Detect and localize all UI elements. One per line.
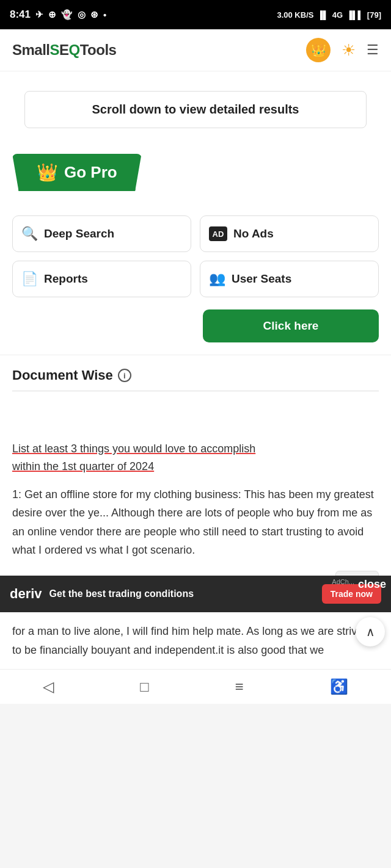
theme-toggle[interactable]: ☀ <box>342 41 356 60</box>
scroll-banner-container: Scroll down to view detailed results <box>0 71 391 148</box>
scroll-banner-text: Scroll down to view detailed results <box>92 103 299 116</box>
document-wise-title: Document Wise i <box>12 367 379 383</box>
ad-banner: deriv Get the best trading conditions Tr… <box>0 576 391 612</box>
header-icons: 👑 ☀ ☰ <box>306 38 379 62</box>
accessibility-button[interactable]: ♿ <box>330 678 348 695</box>
scroll-banner: Scroll down to view detailed results <box>24 91 367 128</box>
ad-label: AdCh... <box>332 578 354 585</box>
telegram-icon: ✈ <box>35 9 43 20</box>
signal-bars: ▐▌▌ <box>346 10 364 20</box>
messenger-icon: ⊕ <box>48 9 56 20</box>
back-button[interactable]: ◁ <box>43 678 54 695</box>
go-pro-label: Go Pro <box>64 163 117 182</box>
hamburger-menu[interactable]: ☰ <box>367 42 379 58</box>
status-left: 8:41 ✈ ⊕ 👻 ◎ ⊛ • <box>10 9 106 21</box>
doc-paragraph-1: 1: Get an offline store for my clothing … <box>12 485 379 560</box>
document-wise-label: Document Wise <box>12 367 113 383</box>
document-text-area: List at least 3 things you would love to… <box>0 410 391 566</box>
snapchat-icon: 👻 <box>61 9 73 20</box>
doc-paragraph-2: for a man to live alone, I will find him… <box>12 622 379 659</box>
info-icon[interactable]: i <box>118 369 131 382</box>
pro-features: 🔍 Deep Search AD No Ads 📄 Reports 👥 User… <box>0 203 391 309</box>
document-highlighted-text: List at least 3 things you would love to… <box>12 440 379 476</box>
ad-text: Get the best trading conditions <box>49 588 315 599</box>
logo: SmallSEQTools <box>12 42 116 59</box>
click-here-label: Click here <box>263 319 319 333</box>
logo-seo: SEQ <box>50 42 80 58</box>
user-seats-button[interactable]: 👥 User Seats <box>200 261 379 297</box>
dot-icon: • <box>103 10 106 20</box>
no-ads-label: No Ads <box>233 227 274 241</box>
network-type: 4G <box>332 10 343 20</box>
crown-button[interactable]: 👑 <box>306 38 331 62</box>
ad-icon: AD <box>209 226 227 241</box>
no-ads-button[interactable]: AD No Ads <box>200 215 379 252</box>
battery-icon: [79] <box>367 10 381 20</box>
go-pro-banner[interactable]: 👑 Go Pro <box>12 154 142 191</box>
go-pro-crown: 👑 <box>37 162 58 183</box>
spacer <box>12 416 379 440</box>
users-icon: 👥 <box>209 271 225 287</box>
document-wise-section: Document Wise i <box>0 355 391 410</box>
document-body: 1: Get an offline store for my clothing … <box>12 485 379 560</box>
bottom-nav: ◁ □ ≡ ♿ <box>0 669 391 704</box>
go-pro-section: 👑 Go Pro <box>0 148 391 203</box>
close-ad-button[interactable]: close <box>358 578 386 591</box>
scroll-up-button[interactable]: ∧ <box>356 617 385 646</box>
close-banner-row: close <box>0 566 391 576</box>
home-button[interactable]: □ <box>140 678 149 695</box>
deep-search-label: Deep Search <box>44 227 114 241</box>
status-bar: 8:41 ✈ ⊕ 👻 ◎ ⊛ • 3.00 KB/S ▐▌ 4G ▐▌▌ [79… <box>0 0 391 29</box>
divider <box>12 391 379 391</box>
reports-icon: 📄 <box>21 271 38 287</box>
click-here-container: Click here <box>0 309 391 355</box>
status-right: 3.00 KB/S ▐▌ 4G ▐▌▌ [79] <box>277 10 381 20</box>
doc-paragraph-continued: for a man to live alone, I will find him… <box>12 622 379 659</box>
highlighted-part-2: within the 1st quarter of 2024 <box>12 460 154 472</box>
chevron-up-icon: ∧ <box>366 624 375 639</box>
deriv-logo: deriv <box>10 586 42 602</box>
recents-button[interactable]: ≡ <box>235 678 244 695</box>
reports-button[interactable]: 📄 Reports <box>12 261 191 297</box>
highlighted-part-1: List at least 3 things you would love to… <box>12 443 255 455</box>
signal-icon: ▐▌ <box>317 10 328 20</box>
instagram-icon: ◎ <box>78 9 86 20</box>
spotify-icon: ⊛ <box>90 9 98 20</box>
user-seats-label: User Seats <box>232 272 291 286</box>
crown-emoji: 👑 <box>311 43 326 57</box>
network-speed: 3.00 KB/S <box>277 10 313 20</box>
reports-label: Reports <box>44 272 88 286</box>
document-body-continued: for a man to live alone, I will find him… <box>0 612 391 669</box>
status-time: 8:41 <box>10 9 31 21</box>
click-here-button[interactable]: Click here <box>203 309 379 342</box>
search-icon: 🔍 <box>21 226 38 242</box>
header: SmallSEQTools 👑 ☀ ☰ <box>0 29 391 71</box>
deep-search-button[interactable]: 🔍 Deep Search <box>12 215 191 252</box>
